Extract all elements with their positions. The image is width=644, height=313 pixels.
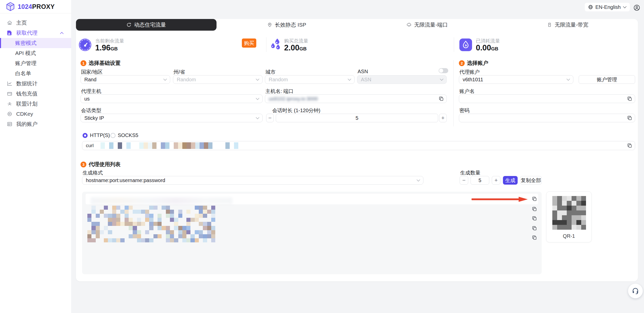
- copy-icon[interactable]: [532, 235, 537, 240]
- username-field[interactable]: [459, 94, 635, 103]
- proxy-host-label: 代理主机: [81, 88, 101, 95]
- chevron-down-icon: [348, 79, 351, 81]
- duration-minus-button[interactable]: −: [266, 114, 274, 122]
- quantity-value-box[interactable]: 5: [471, 176, 489, 185]
- proxy-row-highlighted[interactable]: [86, 194, 538, 204]
- chevron-down-icon: [623, 6, 627, 8]
- headset-icon: [632, 287, 639, 295]
- battery-icon: [547, 22, 552, 27]
- quantity-plus-button[interactable]: +: [492, 176, 500, 185]
- copy-icon[interactable]: [627, 143, 632, 148]
- proxy-account-value: v6th1011: [463, 77, 483, 83]
- section-title: 选择账户: [467, 60, 488, 67]
- password-label: 密码: [459, 107, 470, 114]
- session-type-select[interactable]: Sticky IP: [81, 114, 263, 122]
- tab-label: 动态住宅流量: [134, 21, 166, 28]
- cloud-icon: [406, 22, 412, 27]
- qr-code-card[interactable]: QR-1: [546, 191, 592, 242]
- generate-button[interactable]: 生成: [503, 176, 518, 185]
- copy-icon[interactable]: [627, 96, 632, 102]
- copy-icon[interactable]: [439, 96, 444, 102]
- curl-redacted-mosaic: [96, 142, 238, 149]
- product-tabs: 动态住宅流量 长效静态 ISP 无限流量-端口 无限流量-带宽: [76, 19, 638, 31]
- copy-icon[interactable]: [532, 226, 537, 231]
- chevron-down-icon: [256, 98, 259, 100]
- sidebar-subitem-whitelist[interactable]: 白名单: [0, 68, 71, 79]
- support-button[interactable]: [628, 284, 643, 298]
- sidebar-item-label: 数据统计: [16, 80, 37, 87]
- tab-unlimited-port[interactable]: 无限流量-端口: [357, 19, 498, 31]
- quantity-minus-button[interactable]: −: [460, 176, 468, 185]
- sidebar-item-statistics[interactable]: 数据统计: [0, 79, 71, 89]
- state-label: 州/省: [173, 69, 185, 75]
- sidebar-item-cdkey[interactable]: CDKey: [0, 109, 71, 119]
- sidebar-item-my-account[interactable]: 我的账户: [0, 119, 71, 129]
- proxy-host-select[interactable]: us: [81, 94, 263, 103]
- password-field[interactable]: [459, 114, 635, 122]
- language-selector[interactable]: EN-English: [585, 3, 630, 11]
- protocol-socks5-option[interactable]: SOCKS5: [110, 132, 138, 138]
- asn-select[interactable]: ASN: [357, 75, 447, 84]
- protocol-http-option[interactable]: HTTP(S): [83, 132, 110, 138]
- city-select[interactable]: Random: [265, 75, 355, 84]
- tab-unlimited-bandwidth[interactable]: 无限流量-带宽: [497, 19, 638, 31]
- proxy-account-select[interactable]: v6th1011: [459, 75, 573, 84]
- chevron-down-icon: [256, 117, 259, 119]
- sidebar-item-wallet[interactable]: 钱包充值: [0, 89, 71, 99]
- copy-icon[interactable]: [532, 216, 537, 221]
- tab-dynamic-residential[interactable]: 动态住宅流量: [76, 19, 217, 31]
- copy-icon[interactable]: [627, 115, 632, 121]
- location-pin-icon: [267, 22, 272, 27]
- sidebar-item-home[interactable]: 主页: [0, 18, 71, 28]
- duration-plus-button[interactable]: +: [439, 114, 447, 122]
- tab-static-isp[interactable]: 长效静态 ISP: [217, 19, 357, 31]
- radio-unselected-icon[interactable]: [110, 133, 115, 138]
- copy-all-button[interactable]: 复制全部: [520, 176, 542, 185]
- rotate-icon: [126, 22, 131, 27]
- asn-placeholder: ASN: [361, 77, 371, 83]
- asn-toggle[interactable]: [439, 68, 448, 73]
- sidebar-item-get-proxy[interactable]: 获取代理: [0, 28, 71, 38]
- redacted-proxy-text: [91, 197, 232, 204]
- copy-icon[interactable]: [532, 206, 537, 212]
- format-label: 生成格式: [83, 169, 103, 176]
- country-select[interactable]: Rand: [81, 75, 170, 84]
- sidebar-item-affiliate[interactable]: 联盟计划: [0, 99, 71, 109]
- hostname-port-value: us9102.iproxy.io:3000: [269, 96, 318, 102]
- hostname-port-label: 主机名: 端口: [265, 88, 294, 95]
- sidebar-item-label: CDKey: [16, 111, 33, 117]
- user-menu-button[interactable]: [633, 4, 640, 11]
- curl-command-field[interactable]: curl: [82, 141, 635, 150]
- sidebar-subitem-credential-mode[interactable]: 账密模式: [0, 38, 71, 48]
- water-drops-icon: [270, 38, 282, 51]
- redacted-proxy-mosaic: [87, 206, 215, 242]
- session-duration-label: 会话时长 (1-120分钟): [272, 107, 320, 114]
- section-proxy-list-header: 3 代理使用列表: [81, 161, 121, 168]
- sidebar-item-label: 联盟计划: [16, 100, 37, 107]
- divider: [454, 37, 454, 52]
- chart-icon: [7, 81, 12, 86]
- hostname-port-field[interactable]: us9102.iproxy.io:3000: [265, 94, 447, 103]
- step-3-badge: 3: [81, 162, 86, 167]
- account-manage-button[interactable]: 账户管理: [579, 75, 635, 84]
- chevron-down-icon: [417, 179, 420, 182]
- sidebar-subitem-api-mode[interactable]: API 模式: [0, 48, 71, 58]
- red-arrow-annotation: [472, 197, 528, 202]
- app-root: 1024PROXY 主页 获取代理 账密模式 API 模式 账户管理 白名单 数…: [0, 0, 644, 313]
- state-select[interactable]: Random: [173, 75, 263, 84]
- proxy-host-value: us: [84, 96, 90, 102]
- user-icon: [633, 4, 640, 11]
- buy-button[interactable]: 购买: [242, 38, 256, 48]
- copy-icon[interactable]: [532, 196, 537, 202]
- sidebar-menu: 主页 获取代理 账密模式 API 模式 账户管理 白名单 数据统计 钱包充值 联…: [0, 13, 71, 129]
- brand-logo[interactable]: 1024PROXY: [0, 0, 71, 13]
- stat-value: 0.00GB: [476, 43, 498, 52]
- proxy-result-panel: [82, 192, 542, 274]
- duration-value-box[interactable]: 5: [276, 114, 438, 122]
- protocol-socks5-label: SOCKS5: [118, 132, 138, 138]
- chevron-up-icon: [60, 32, 64, 34]
- sidebar-subitem-account-manage[interactable]: 账户管理: [0, 58, 71, 68]
- radio-selected-icon[interactable]: [83, 133, 88, 138]
- city-placeholder: Random: [269, 77, 288, 83]
- format-select[interactable]: hostname:port:username:password: [82, 176, 423, 185]
